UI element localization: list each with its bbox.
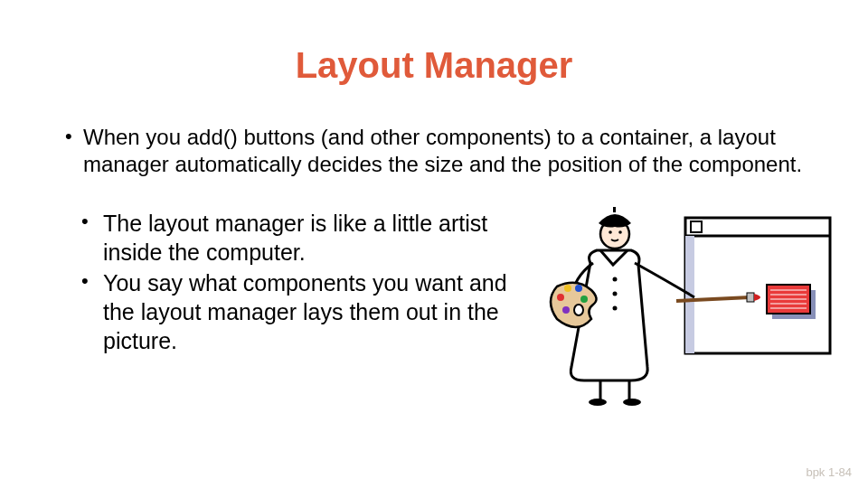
svg-point-17 [623,399,641,406]
svg-point-24 [575,285,582,292]
svg-point-12 [613,292,618,296]
svg-point-20 [618,230,622,234]
canvas-window-icon [685,218,830,353]
svg-point-22 [557,294,564,301]
svg-point-11 [613,277,618,282]
content-row: The layout manager is like a little arti… [61,209,807,408]
button-rect-icon [767,285,816,319]
svg-point-13 [613,306,618,311]
artist-canvas-illustration [541,200,839,408]
bullet-top: When you add() buttons (and other compon… [61,124,807,178]
svg-point-16 [589,399,607,406]
svg-rect-21 [613,207,616,212]
svg-point-25 [580,296,588,303]
palette-icon [551,283,597,327]
bullet-left-1: The layout manager is like a little arti… [76,209,532,267]
svg-rect-29 [747,293,754,302]
bullet-left-1-text: The layout manager is like a little arti… [103,211,487,265]
page-title: Layout Manager [61,45,807,86]
bullet-left-2: You say what components you want and the… [76,268,532,355]
bullet-top-text: When you add() buttons (and other compon… [83,125,802,176]
svg-point-23 [564,285,571,292]
slide-footer: bpk 1-84 [806,465,852,479]
bullet-left-2-text: You say what components you want and the… [103,270,507,353]
svg-point-19 [609,230,612,234]
svg-point-27 [574,305,583,315]
illustration [532,209,807,408]
svg-point-26 [562,306,570,314]
left-column: The layout manager is like a little arti… [61,209,532,408]
slide: Layout Manager When you add() buttons (a… [0,0,868,488]
